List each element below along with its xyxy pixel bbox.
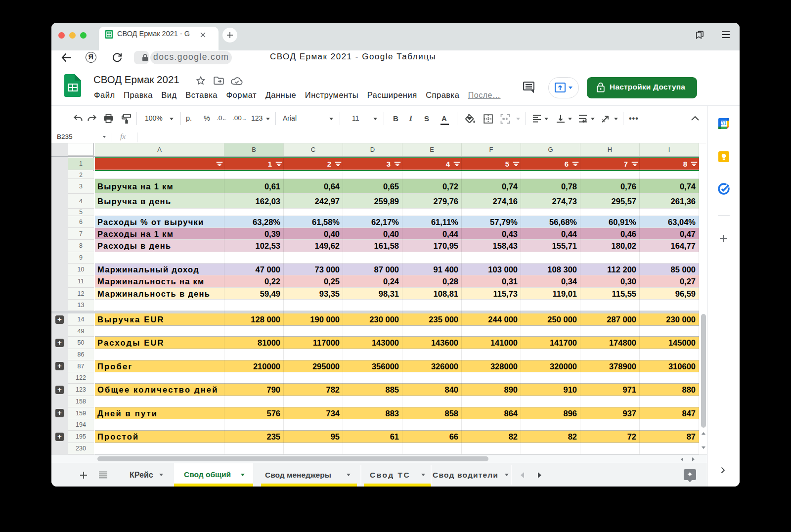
svg-text:31: 31: [721, 121, 727, 126]
